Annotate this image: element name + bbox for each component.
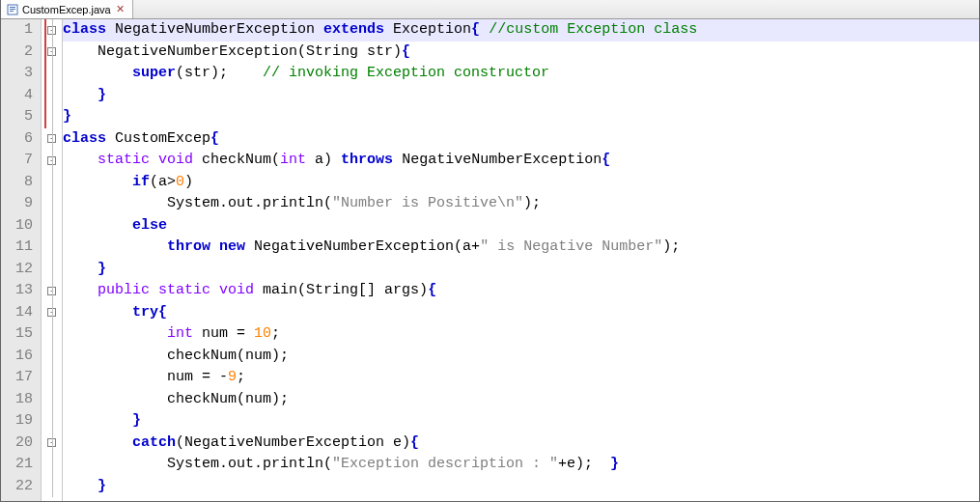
java-file-icon <box>7 4 18 15</box>
code-editor[interactable]: 12345678910111213141516171819202122 ----… <box>1 19 979 501</box>
tab-bar: CustomExcep.java ✕ <box>1 0 979 19</box>
line-number: 18 <box>1 389 33 411</box>
line-number: 19 <box>1 410 33 432</box>
code-line[interactable]: num = -9; <box>63 367 979 389</box>
line-number: 15 <box>1 323 33 346</box>
line-number: 11 <box>1 237 33 259</box>
fold-cell[interactable] <box>42 323 62 346</box>
fold-cell[interactable]: - <box>42 42 62 64</box>
line-number: 9 <box>1 193 33 215</box>
code-line[interactable]: checkNum(num); <box>63 389 979 411</box>
fold-cell[interactable] <box>42 172 62 194</box>
code-line[interactable]: } <box>63 259 979 281</box>
code-line[interactable]: class NegativeNumberException extends Ex… <box>63 19 979 42</box>
file-tab[interactable]: CustomExcep.java ✕ <box>1 0 133 18</box>
code-line[interactable]: } <box>63 410 979 432</box>
line-number: 13 <box>1 280 33 302</box>
code-line[interactable]: if(a>0) <box>63 172 979 194</box>
code-line[interactable]: checkNum(num); <box>63 346 979 368</box>
code-line[interactable]: } <box>63 476 979 498</box>
svg-rect-1 <box>10 7 15 8</box>
code-line[interactable]: class CustomExcep{ <box>63 128 979 151</box>
code-line[interactable]: NegativeNumberException(String str){ <box>63 42 979 64</box>
fold-cell[interactable]: - <box>42 432 62 455</box>
fold-cell[interactable]: - <box>42 302 62 324</box>
fold-cell[interactable] <box>42 476 62 498</box>
line-number: 7 <box>1 150 33 172</box>
code-line[interactable]: int num = 10; <box>63 323 979 346</box>
line-number: 14 <box>1 302 33 324</box>
line-number-gutter: 12345678910111213141516171819202122 <box>1 19 42 501</box>
fold-cell[interactable] <box>42 389 62 411</box>
line-number: 22 <box>1 476 33 498</box>
line-number: 2 <box>1 42 33 64</box>
code-line[interactable]: } <box>63 85 979 107</box>
fold-cell[interactable]: - <box>42 128 62 151</box>
svg-rect-2 <box>10 9 15 10</box>
line-number: 17 <box>1 367 33 389</box>
fold-cell[interactable]: - <box>42 19 62 42</box>
fold-cell[interactable] <box>42 410 62 432</box>
fold-cell[interactable]: - <box>42 150 62 172</box>
line-number: 5 <box>1 106 33 128</box>
code-line[interactable]: else <box>63 215 979 237</box>
line-number: 10 <box>1 215 33 237</box>
code-line[interactable]: } <box>63 106 979 128</box>
line-number: 6 <box>1 128 33 151</box>
code-line[interactable]: super(str); // invoking Exception constr… <box>63 63 979 85</box>
fold-cell[interactable] <box>42 63 62 85</box>
code-line[interactable]: try{ <box>63 302 979 324</box>
close-icon[interactable]: ✕ <box>115 4 126 15</box>
tab-label: CustomExcep.java <box>22 4 111 15</box>
svg-rect-3 <box>10 11 14 12</box>
code-area[interactable]: class NegativeNumberException extends Ex… <box>63 19 979 501</box>
fold-cell[interactable] <box>42 237 62 259</box>
line-number: 16 <box>1 346 33 368</box>
code-line[interactable]: public static void main(String[] args){ <box>63 280 979 302</box>
line-number: 21 <box>1 454 33 476</box>
fold-cell[interactable] <box>42 85 62 107</box>
line-number: 20 <box>1 432 33 455</box>
code-line[interactable]: System.out.println("Exception descriptio… <box>63 454 979 476</box>
line-number: 3 <box>1 63 33 85</box>
line-number: 8 <box>1 172 33 194</box>
fold-cell[interactable] <box>42 193 62 215</box>
code-line[interactable]: static void checkNum(int a) throws Negat… <box>63 150 979 172</box>
line-number: 1 <box>1 19 33 42</box>
code-line[interactable]: catch(NegativeNumberException e){ <box>63 432 979 455</box>
fold-gutter[interactable]: ------- <box>42 19 63 501</box>
fold-cell[interactable] <box>42 215 62 237</box>
line-number: 12 <box>1 259 33 281</box>
fold-cell[interactable] <box>42 259 62 281</box>
fold-cell[interactable] <box>42 346 62 368</box>
fold-cell[interactable] <box>42 367 62 389</box>
fold-cell[interactable] <box>42 454 62 476</box>
code-line[interactable]: System.out.println("Number is Positive\n… <box>63 193 979 215</box>
code-line[interactable]: throw new NegativeNumberException(a+" is… <box>63 237 979 259</box>
fold-cell[interactable] <box>42 106 62 128</box>
fold-cell[interactable]: - <box>42 280 62 302</box>
line-number: 4 <box>1 85 33 107</box>
